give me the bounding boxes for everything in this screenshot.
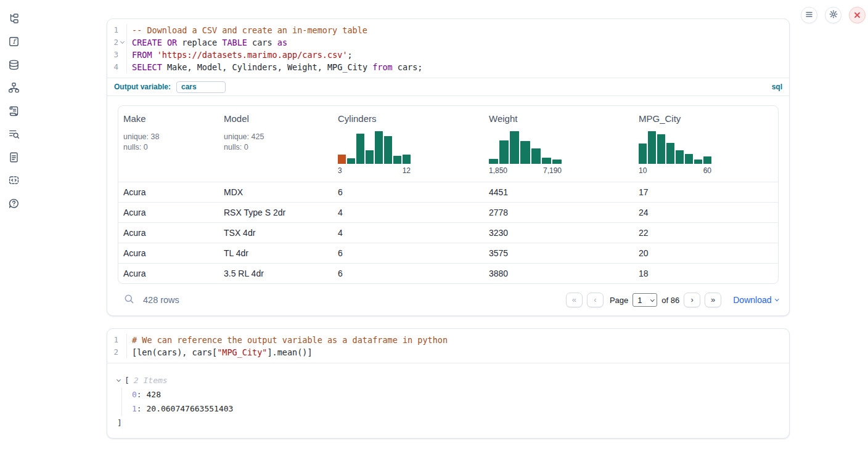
sql-cell-output: Makeunique: 38nulls: 0Modelunique: 425nu… [107,96,789,316]
column-label[interactable]: Weight [489,113,631,124]
column-histogram[interactable]: 312 [338,131,411,175]
histogram-bar [520,141,530,164]
function-icon: f [8,36,20,50]
table-row[interactable]: Acura3.5 RL 4dr6388018 [118,263,778,283]
svg-text:f: f [12,38,17,46]
table-row[interactable]: AcuraMDX6445117 [118,182,778,202]
chevron-down-icon [775,297,779,301]
table-body: AcuraMDX6445117AcuraRSX Type S 2dr427782… [118,182,778,283]
close-bracket: ] [117,417,779,429]
stat-line: unique: 38 [123,132,216,142]
table-cell: 20 [634,248,778,258]
table-cell: 6 [333,269,484,278]
sidebar-item-dependency-graph[interactable] [7,83,20,95]
table-cell: 3575 [484,248,634,258]
table-row[interactable]: AcuraTL 4dr6357520 [118,243,778,263]
items-count-label: 2 Items [134,376,168,385]
python-cell-output: [ 2 Items 0: 4281: 20.060747663551403 ] [107,363,789,440]
last-page-button[interactable]: » [705,293,721,307]
table-cell: 4 [333,228,484,238]
table-cell: 2778 [484,208,634,217]
menu-button[interactable] [801,7,817,23]
table-cell: Acura [118,248,219,258]
database-icon [8,59,20,73]
line-number: 1 [107,24,118,36]
code-snippet-icon [8,174,20,188]
table-row[interactable]: AcuraRSX Type S 2dr4277824 [118,202,778,222]
histogram-bar [694,160,702,164]
column-label[interactable]: Make [123,113,216,124]
histogram-bar [499,140,509,164]
sidebar-item-snippets[interactable] [7,176,20,188]
axis-min-label: 3 [338,166,342,175]
histogram-bar [703,156,711,164]
graph-icon [8,82,20,96]
download-button[interactable]: Download [733,295,778,305]
histogram-bar [403,155,411,164]
sidebar-item-documentation[interactable] [7,152,20,164]
histogram-bar [531,148,541,164]
histogram-bar [338,155,346,164]
histogram-bar [384,136,392,164]
table-cell: Acura [118,208,219,217]
histogram-bars [639,131,711,164]
shutdown-button[interactable] [849,7,866,23]
tree-entry: 0: 428 [132,388,779,402]
entry-separator: : [137,404,147,413]
histogram-bar [356,134,364,164]
table-row[interactable]: AcuraTSX 4dr4323022 [118,222,778,243]
output-variable-label: Output variable: [114,83,171,91]
chevron-down-icon [650,297,654,301]
histogram-bar [685,154,693,164]
sidebar-item-scratchpad[interactable] [7,106,20,118]
code-text: -- Download a CSV and create an in-memor… [127,24,367,36]
next-page-button[interactable]: › [684,293,700,307]
code-line: 3FROM 'https://datasets.marimo.app/cars.… [107,49,789,61]
line-number-gutter: 2 [107,346,127,358]
entry-index: 0 [132,390,137,399]
notebook-actions [801,7,866,23]
entry-value: 20.060747663551403 [146,404,233,413]
column-label[interactable]: MPG_City [639,113,776,124]
table-cell: 3880 [484,269,634,278]
table-cell: Acura [118,228,219,238]
search-icon [124,294,134,307]
page-select[interactable]: 1 [633,293,657,307]
sidebar-item-variables[interactable]: f [7,37,20,49]
column-label[interactable]: Model [224,113,330,124]
sidebar-item-logs[interactable] [7,129,20,142]
file-tree-icon [8,13,20,27]
settings-button[interactable] [825,7,841,23]
entry-separator: : [137,390,147,399]
column-histogram[interactable]: 1,8507,190 [489,131,562,175]
histogram-bar [552,160,562,164]
tree-root-row: [ 2 Items [117,374,779,386]
column-stats: unique: 425nulls: 0 [224,132,330,152]
table-header-row: Makeunique: 38nulls: 0Modelunique: 425nu… [118,106,778,182]
output-variable-input[interactable] [176,81,226,93]
sql-code-editor[interactable]: 1-- Download a CSV and create an in-memo… [107,19,789,78]
sidebar-item-help[interactable] [7,198,20,211]
line-number: 2 [107,36,118,49]
sidebar-item-file-explorer[interactable] [7,14,20,26]
sidebar-item-data-sources[interactable] [7,60,20,72]
fold-chevron-icon[interactable] [120,39,125,44]
histogram-bar [510,131,519,164]
column-label[interactable]: Cylinders [338,113,481,124]
pagination: « ‹ Page 1 of 86 › » Download [566,293,778,307]
axis-max-label: 60 [703,166,711,175]
prev-page-button[interactable]: ‹ [587,293,604,307]
column-histogram[interactable]: 1060 [639,131,711,175]
line-number-gutter: 4 [107,61,127,73]
code-text: # We can reference the output variable a… [127,334,448,346]
line-number: 2 [107,346,118,358]
python-code-editor[interactable]: 1# We can reference the output variable … [107,329,789,363]
code-text: CREATE OR replace TABLE cars as [127,36,287,49]
table-cell: 3230 [484,228,634,238]
histogram-bar [666,143,674,164]
first-page-button[interactable]: « [566,293,583,307]
collapse-chevron-icon[interactable] [117,377,121,381]
gear-icon [829,10,838,21]
search-button[interactable] [121,292,137,308]
table-cell: 4 [333,208,484,217]
